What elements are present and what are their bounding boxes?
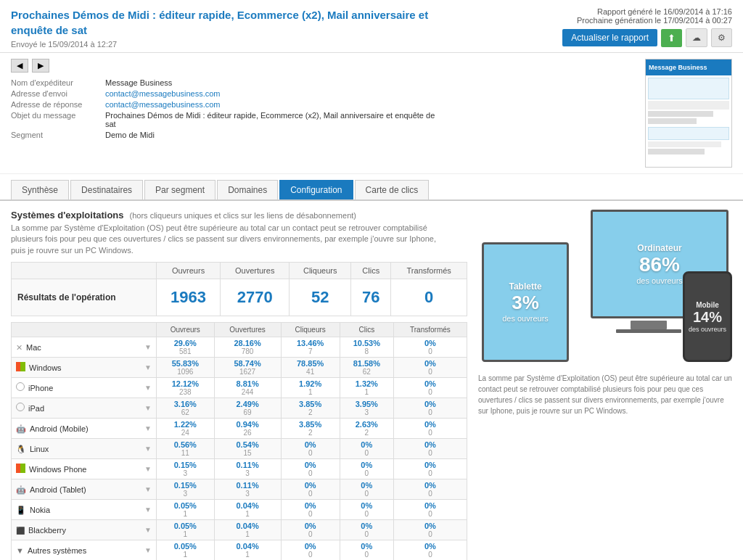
pct5: 0%: [398, 359, 462, 368]
pct5: 0%: [398, 440, 462, 449]
abs2: 3: [219, 490, 276, 498]
results-ouvreurs: 1963: [157, 279, 221, 316]
abs5: 0: [398, 530, 462, 538]
tablet-device: Tablette 3% des ouvreurs: [482, 242, 569, 362]
tab-par-segment[interactable]: Par segment: [144, 180, 215, 199]
os-icon: ✕: [16, 342, 22, 353]
tab-destinataires[interactable]: Destinataires: [70, 180, 143, 199]
pct1: 3.16%: [161, 400, 210, 408]
expand-icon[interactable]: ▼: [144, 445, 152, 453]
abs4: 62: [345, 368, 389, 376]
abs3: 0: [286, 530, 335, 538]
cliqueurs-value: 52: [295, 288, 345, 307]
expand-icon[interactable]: ▼: [144, 506, 152, 514]
pct3: 1.92%: [286, 379, 335, 388]
reply-label: Adresse de réponse: [11, 100, 105, 109]
pct2: 0.11%: [219, 481, 276, 490]
right-panel: Ordinateur 86% des ouvreurs Tablette 3% …: [478, 210, 732, 560]
pct5: 0%: [398, 522, 462, 530]
abs5: 0: [398, 408, 462, 416]
pct4: 3.95%: [345, 400, 389, 408]
tab-configuration[interactable]: Configuration: [279, 180, 353, 199]
os-icon: [16, 403, 25, 413]
pct5: 0%: [398, 461, 462, 469]
pct5: 0%: [398, 400, 462, 408]
pct4: 0%: [345, 542, 389, 551]
os-icon: [16, 464, 25, 475]
abs3: 0: [286, 469, 335, 477]
abs4: 2: [345, 429, 389, 437]
phone-device: Mobile 14% des ouvreurs: [683, 271, 732, 362]
abs5: 0: [398, 429, 462, 437]
pct1: 12.12%: [161, 379, 210, 388]
tab-carte-clics[interactable]: Carte de clics: [355, 180, 430, 199]
abs2: 1: [219, 551, 276, 559]
abs1: 62: [161, 408, 210, 416]
pct5: 0%: [398, 542, 462, 551]
abs4: 8: [345, 347, 389, 355]
pct4: 2.63%: [345, 420, 389, 429]
pct2: 0.11%: [219, 461, 276, 469]
pct2: 0.94%: [219, 420, 276, 429]
pct4: 0%: [345, 461, 389, 469]
expand-icon[interactable]: ▼: [144, 465, 152, 473]
left-panel: Systèmes d'exploitations (hors cliqueurs…: [11, 210, 467, 560]
tab-synthese[interactable]: Synthèse: [11, 180, 69, 199]
os-name: Windows Phone: [29, 465, 87, 474]
os-row: 🐧 Linux ▼ 0.56% 11 0.54% 15 0% 0 0% 0 0%…: [12, 439, 467, 459]
abs3: 41: [286, 368, 335, 376]
abs1: 11: [161, 449, 210, 457]
pct3: 0%: [286, 501, 335, 510]
expand-icon[interactable]: ▼: [144, 384, 152, 392]
pct1: 0.05%: [161, 501, 210, 510]
expand-icon[interactable]: ▼: [144, 526, 152, 534]
abs1: 3: [161, 469, 210, 477]
transformes-value: 0: [397, 288, 461, 307]
os-name: Linux: [30, 445, 49, 453]
pct1: 0.05%: [161, 522, 210, 530]
settings-button[interactable]: ⚙: [711, 28, 732, 47]
os-name: Blackberry: [28, 526, 66, 535]
os-name: Nokia: [30, 506, 50, 514]
pct2: 58.74%: [219, 359, 276, 368]
os-icon: 🤖: [16, 424, 26, 434]
ouvreurs-value: 1963: [163, 288, 214, 307]
update-report-button[interactable]: Actualiser le rapport: [562, 29, 657, 46]
abs3: 7: [286, 347, 335, 355]
from-value: contact@messagebusiness.com: [105, 89, 221, 98]
nav-next-button[interactable]: ▶: [32, 59, 49, 73]
pct1: 55.83%: [161, 359, 210, 368]
pct5: 0%: [398, 420, 462, 429]
expand-icon[interactable]: ▼: [144, 485, 152, 493]
expand-icon[interactable]: ▼: [144, 343, 152, 351]
nav-prev-button[interactable]: ◀: [11, 59, 28, 73]
os-name: Android (Mobile): [30, 424, 89, 433]
os-name: iPad: [28, 404, 44, 413]
os-icon: [16, 382, 25, 393]
abs2: 69: [219, 408, 276, 416]
ouvertures-value: 2770: [226, 288, 283, 307]
os-row: iPad ▼ 3.16% 62 2.49% 69 3.85% 2 3.95% 3…: [12, 398, 467, 419]
abs5: 0: [398, 347, 462, 355]
expand-icon[interactable]: ▼: [144, 363, 152, 371]
cloud-button[interactable]: ☁: [686, 28, 707, 47]
abs1: 1: [161, 530, 210, 538]
tablet-sublabel: des ouvreurs: [502, 314, 549, 323]
sender-value: Message Business: [105, 78, 172, 87]
share-button[interactable]: ⬆: [661, 29, 682, 47]
os-row: Windows ▼ 55.83% 1096 58.74% 1627 78.85%…: [12, 358, 467, 378]
pct2: 0.04%: [219, 542, 276, 551]
pct4: 10.53%: [345, 339, 389, 347]
os-row: iPhone ▼ 12.12% 238 8.81% 244 1.92% 1 1.…: [12, 378, 467, 398]
expand-icon[interactable]: ▼: [144, 546, 152, 554]
tab-domaines[interactable]: Domaines: [217, 180, 278, 199]
expand-icon[interactable]: ▼: [144, 424, 152, 432]
os-row: ⬛ Blackberry ▼ 0.05% 1 0.04% 1 0% 0 0% 0…: [12, 520, 467, 540]
sender-label: Nom d'expéditeur: [11, 78, 105, 87]
abs5: 0: [398, 368, 462, 376]
col-cliqueurs: Cliqueurs: [290, 263, 351, 279]
abs3: 0: [286, 490, 335, 498]
pct1: 0.56%: [161, 440, 210, 449]
top-header: Prochaines Démos de Midi : éditeur rapid…: [0, 0, 743, 53]
expand-icon[interactable]: ▼: [144, 404, 152, 412]
